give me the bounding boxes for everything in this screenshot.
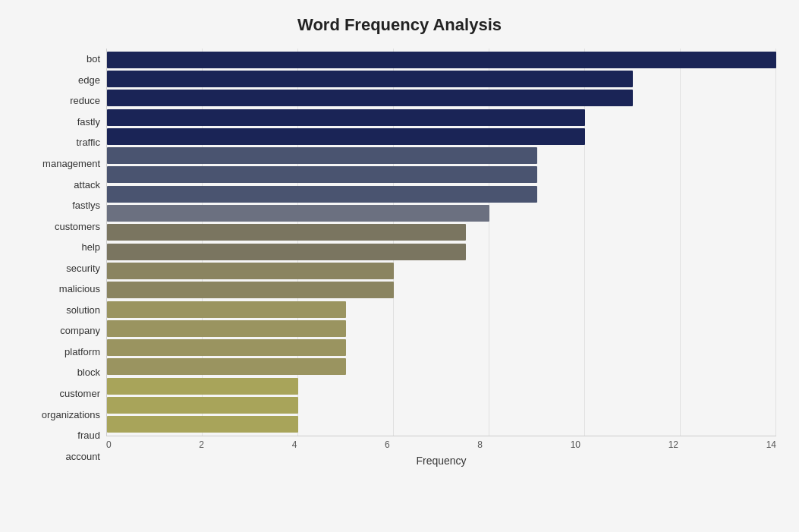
y-label-solution: solution <box>66 300 100 321</box>
y-label-security: security <box>66 257 100 279</box>
bar-fastlys <box>107 186 537 203</box>
bar-row-attack <box>107 165 776 184</box>
y-label-management: management <box>42 153 100 175</box>
bar-help <box>107 224 466 241</box>
bar-security <box>107 244 466 260</box>
bar-company <box>107 301 346 318</box>
x-axis: 02468101214 <box>106 436 776 450</box>
x-tick-12: 12 <box>668 439 678 450</box>
chart-title: Word Frequency Analysis <box>23 15 776 35</box>
bar-solution <box>107 282 394 298</box>
bar-row-bot <box>107 51 776 69</box>
x-tick-2: 2 <box>199 439 204 450</box>
bar-row-organizations <box>107 377 776 395</box>
y-label-bot: bot <box>87 49 100 70</box>
bar-row-help <box>107 223 776 241</box>
bar-traffic <box>107 128 585 145</box>
bar-row-company <box>107 301 776 319</box>
bar-row-fraud <box>107 396 776 414</box>
bar-row-account <box>107 415 776 433</box>
bars-and-xaxis: 02468101214 Frequency <box>106 49 776 467</box>
x-tick-4: 4 <box>292 439 297 450</box>
bars-rows <box>107 49 776 436</box>
bar-organizations <box>107 378 298 395</box>
bar-row-reduce <box>107 89 776 107</box>
bars-area <box>106 49 776 436</box>
bar-reduce <box>107 90 633 106</box>
bar-malicious <box>107 263 394 279</box>
bar-row-management <box>107 146 776 165</box>
y-label-block: block <box>77 362 100 383</box>
y-label-customer: customer <box>60 383 100 405</box>
bar-customer <box>107 358 346 375</box>
y-label-fastlys: fastlys <box>72 195 100 216</box>
y-label-fraud: fraud <box>77 425 100 446</box>
y-label-edge: edge <box>78 70 100 91</box>
y-label-reduce: reduce <box>70 90 100 112</box>
y-label-customers: customers <box>55 216 100 237</box>
bar-row-solution <box>107 281 776 299</box>
y-label-account: account <box>65 445 100 467</box>
x-tick-0: 0 <box>106 439 112 450</box>
bar-row-customer <box>107 357 776 376</box>
bar-fraud <box>107 397 298 414</box>
bar-row-security <box>107 243 776 261</box>
y-label-help: help <box>81 237 100 258</box>
bar-block <box>107 339 346 356</box>
y-label-traffic: traffic <box>76 132 100 153</box>
bar-management <box>107 147 537 164</box>
bar-row-fastlys <box>107 185 776 203</box>
bar-attack <box>107 166 537 183</box>
bar-platform <box>107 320 346 337</box>
bar-row-customers <box>107 204 776 222</box>
bar-row-block <box>107 338 776 357</box>
bar-row-edge <box>107 70 776 88</box>
chart-container: Word Frequency Analysis botedgereducefas… <box>0 0 799 532</box>
x-axis-label: Frequency <box>106 455 776 467</box>
y-axis-labels: botedgereducefastlytrafficmanagementatta… <box>23 49 106 467</box>
bar-row-platform <box>107 320 776 338</box>
bar-row-traffic <box>107 127 776 146</box>
bar-row-malicious <box>107 262 776 280</box>
x-tick-8: 8 <box>477 439 483 450</box>
x-tick-14: 14 <box>766 439 776 450</box>
y-label-attack: attack <box>74 174 100 195</box>
bar-fastly <box>107 109 585 126</box>
bar-account <box>107 416 298 433</box>
y-label-platform: platform <box>64 342 100 363</box>
x-tick-10: 10 <box>571 439 580 450</box>
y-label-organizations: organizations <box>42 404 100 425</box>
chart-area: botedgereducefastlytrafficmanagementatta… <box>23 49 776 467</box>
bar-row-fastly <box>107 109 776 127</box>
bar-bot <box>107 52 776 68</box>
x-tick-6: 6 <box>385 439 390 450</box>
bar-customers <box>107 205 489 222</box>
y-label-company: company <box>60 320 100 342</box>
y-label-fastly: fastly <box>77 112 100 133</box>
bar-edge <box>107 71 633 87</box>
y-label-malicious: malicious <box>59 279 100 300</box>
